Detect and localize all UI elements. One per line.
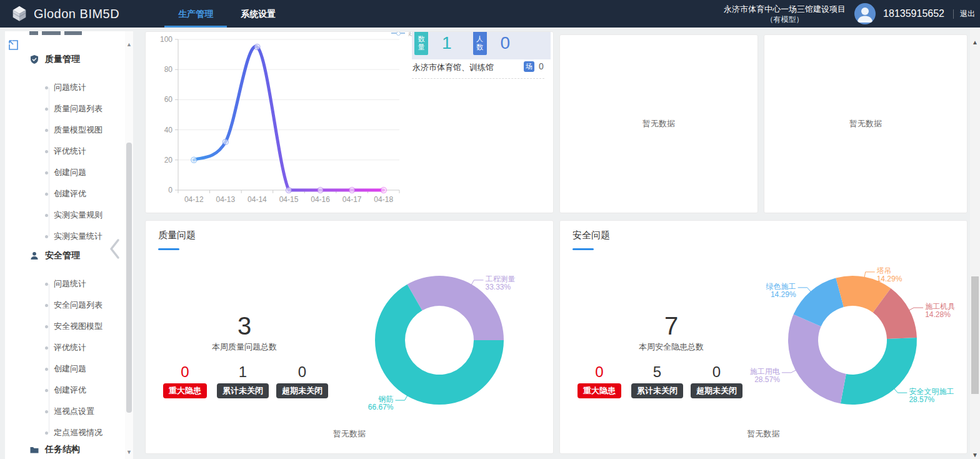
empty-data-text: 暂无数据 bbox=[764, 35, 967, 213]
bullet-icon bbox=[45, 283, 48, 286]
sidebar-group-safety[interactable]: 安全管理 bbox=[29, 250, 80, 261]
glodon-logo-icon bbox=[10, 4, 29, 23]
sidebar-item-safety-issue-list[interactable]: 安全问题列表 bbox=[45, 299, 102, 311]
sidebar-item-quality-model-view[interactable]: 质量模型视图 bbox=[45, 124, 102, 136]
svg-text:66.67%: 66.67% bbox=[368, 403, 394, 411]
safety-total: 7 bbox=[630, 311, 712, 340]
sidebar-item-safety-create-issue[interactable]: 创建问题 bbox=[45, 363, 86, 375]
stat-badge: 超期未关闭 bbox=[691, 383, 742, 398]
sidebar-scrollbar[interactable]: ▲ ▼ bbox=[125, 31, 133, 459]
bullet-icon bbox=[45, 431, 48, 435]
scroll-up-icon[interactable]: ▲ bbox=[970, 39, 980, 46]
site-row[interactable]: 永济市体育馆、训练馆 场 0 bbox=[412, 61, 548, 73]
stat-unclosed-total: 1 累计未关闭 bbox=[217, 363, 269, 398]
site-type-badge: 场 bbox=[524, 61, 534, 72]
stat-badge: 重大隐患 bbox=[163, 383, 207, 398]
main-scrollbar[interactable]: ▲ ▼ bbox=[970, 28, 980, 459]
sidebar-item-label: 创建问题 bbox=[54, 363, 86, 375]
svg-text:04-15: 04-15 bbox=[279, 195, 299, 204]
sidebar-item-label: 巡视点设置 bbox=[54, 406, 94, 417]
svg-text:安全文明施工: 安全文明施工 bbox=[909, 387, 954, 396]
stat-value: 0 bbox=[691, 363, 742, 381]
sidebar-item-label: 定点巡视情况 bbox=[54, 427, 102, 438]
sidebar-item-patrol-point-setup[interactable]: 巡视点设置 bbox=[45, 405, 94, 418]
logout-button[interactable]: 退出 bbox=[960, 9, 975, 19]
count-badge: 数量 bbox=[414, 31, 428, 55]
dashed-divider bbox=[412, 78, 544, 79]
empty-data-card-2: 暂无数据 bbox=[764, 34, 968, 213]
svg-text:14.29%: 14.29% bbox=[877, 275, 902, 283]
count-value: 1 bbox=[442, 33, 452, 53]
sidebar-scrollbar-thumb[interactable] bbox=[126, 143, 132, 413]
svg-text:04-12: 04-12 bbox=[184, 195, 204, 204]
top-navbar: Glodon BIM5D 生产管理 系统设置 永济市体育中心一场三馆建设项目 （… bbox=[0, 0, 980, 28]
sidebar-item-safety-model-view[interactable]: 安全视图模型 bbox=[45, 320, 102, 333]
sidebar-item-label: 问题统计 bbox=[54, 278, 86, 290]
quality-stat-row: 0 重大隐患 1 累计未关闭 0 超期未关闭 bbox=[161, 363, 328, 398]
sidebar-item-quality-issue-list[interactable]: 质量问题列表 bbox=[45, 103, 102, 115]
quality-donut-chart: 工程测量33.33%钢筋66.67% bbox=[352, 246, 554, 440]
brand-title: Glodon BIM5D bbox=[34, 7, 119, 21]
sidebar-item-safety-create-award[interactable]: 创建评优 bbox=[45, 384, 86, 396]
sidebar-item-label: 实测实量规则 bbox=[54, 209, 102, 221]
sidebar-item-create-issue[interactable]: 创建问题 bbox=[45, 166, 86, 179]
donut-segment-施工用电[interactable] bbox=[788, 315, 846, 403]
scroll-down-icon[interactable]: ▼ bbox=[125, 449, 133, 455]
sidebar-item-label: 创建问题 bbox=[54, 167, 86, 178]
sidebar-item-safety-award-stats[interactable]: 评优统计 bbox=[45, 341, 86, 354]
bullet-icon bbox=[45, 389, 48, 392]
shield-check-icon bbox=[29, 54, 39, 64]
stat-overdue-unclosed: 0 超期未关闭 bbox=[691, 363, 742, 398]
main-scrollbar-thumb[interactable] bbox=[971, 276, 979, 394]
bullet-icon bbox=[45, 129, 48, 132]
bullet-icon bbox=[45, 235, 48, 238]
svg-text:0: 0 bbox=[168, 186, 172, 194]
sidebar-item-fixed-patrol-status[interactable]: 定点巡视情况 bbox=[45, 426, 102, 439]
bullet-icon bbox=[45, 86, 48, 89]
empty-data-card-1: 暂无数据 bbox=[559, 34, 758, 213]
empty-data-text: 暂无数据 bbox=[560, 35, 758, 213]
overview-stats-header: 数量 1 人数 0 bbox=[412, 31, 551, 59]
sidebar-item-safety-issue-stats[interactable]: 问题统计 bbox=[45, 278, 86, 290]
scroll-down-icon[interactable]: ▼ bbox=[970, 451, 980, 458]
donut-segment-安全文明施工[interactable] bbox=[841, 338, 917, 405]
sidebar-item-create-award[interactable]: 创建评优 bbox=[45, 188, 86, 200]
svg-text:28.57%: 28.57% bbox=[754, 375, 780, 384]
sidebar-item-measure-stats[interactable]: 实测实量统计 bbox=[45, 230, 102, 243]
scroll-up-icon[interactable]: ▲ bbox=[125, 41, 133, 48]
user-avatar-icon bbox=[854, 3, 876, 24]
svg-text:施工用电: 施工用电 bbox=[750, 367, 780, 376]
site-value: 0 bbox=[539, 61, 544, 71]
sidebar-item-label: 安全问题列表 bbox=[54, 300, 102, 311]
sidebar-group-quality[interactable]: 质量管理 bbox=[29, 54, 80, 65]
site-name: 永济市体育馆、训练馆 bbox=[412, 62, 494, 73]
sidebar-item-measure-rules[interactable]: 实测实量规则 bbox=[45, 209, 102, 221]
stat-badge: 累计未关闭 bbox=[631, 383, 683, 398]
quality-total-block: 3 本周质量问题总数 bbox=[203, 311, 286, 353]
svg-text:04-18: 04-18 bbox=[374, 195, 393, 204]
svg-text:40: 40 bbox=[164, 126, 173, 134]
tab-settings[interactable]: 系统设置 bbox=[227, 0, 289, 28]
svg-text:施工机具: 施工机具 bbox=[925, 302, 955, 311]
quality-total: 3 bbox=[203, 311, 286, 340]
sidebar-item-label: 评优统计 bbox=[54, 342, 86, 353]
stat-badge: 累计未关闭 bbox=[217, 383, 269, 398]
sidebar-item-issue-stats[interactable]: 问题统计 bbox=[45, 81, 86, 94]
stat-value: 1 bbox=[217, 363, 269, 381]
sidebar-collapse-chevron-icon[interactable] bbox=[108, 236, 122, 261]
bullet-icon bbox=[45, 108, 48, 111]
sidebar-item-award-stats[interactable]: 评优统计 bbox=[45, 145, 86, 158]
sidebar-group-task-structure[interactable]: 任务结构 bbox=[29, 444, 80, 455]
svg-text:14.28%: 14.28% bbox=[925, 310, 951, 319]
stat-unclosed-total: 5 累计未关闭 bbox=[631, 363, 683, 398]
sidebar-group-label: 质量管理 bbox=[45, 54, 80, 65]
tab-production[interactable]: 生产管理 bbox=[164, 0, 227, 28]
sidebar-item-label: 实测实量统计 bbox=[54, 231, 102, 242]
bullet-icon bbox=[45, 150, 48, 153]
panel-footer-empty: 暂无数据 bbox=[146, 428, 553, 440]
bullet-icon bbox=[45, 410, 48, 413]
navbar-right: 永济市体育中心一场三馆建设项目 （有模型） 18135915652 退出 bbox=[724, 3, 980, 24]
stat-value: 5 bbox=[631, 363, 683, 381]
safety-donut-chart: 塔吊14.29%施工机具14.28%安全文明施工28.57%施工用电28.57%… bbox=[748, 246, 968, 440]
avatar[interactable] bbox=[854, 3, 876, 24]
